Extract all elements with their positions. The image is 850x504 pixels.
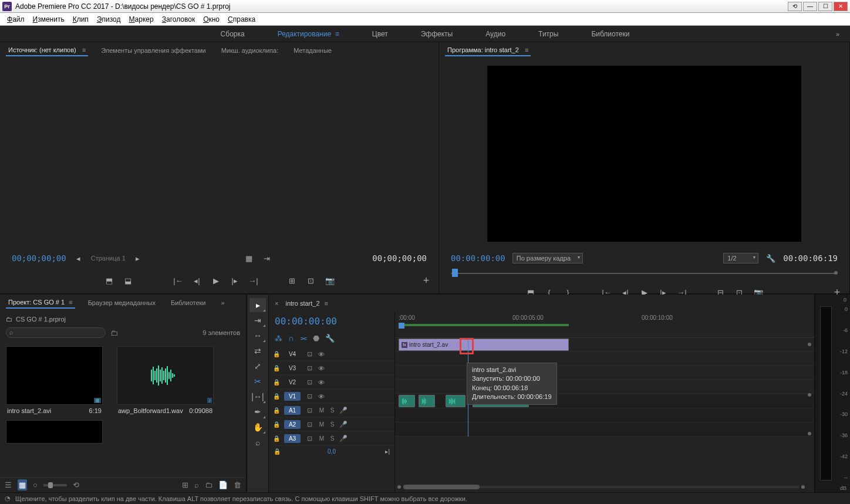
menu-help[interactable]: Справка bbox=[224, 14, 259, 25]
step-fwd-icon[interactable]: |▸ bbox=[230, 275, 240, 286]
marker-icon[interactable]: ⬣ bbox=[313, 334, 319, 343]
help-button[interactable]: ⟲ bbox=[788, 2, 802, 11]
timeline-timecode[interactable]: 00:00:00:00 bbox=[275, 316, 389, 327]
tab-metadata[interactable]: Метаданные bbox=[291, 45, 334, 56]
close-button[interactable]: ✕ bbox=[834, 2, 848, 11]
new-item-icon[interactable]: 📄 bbox=[218, 481, 228, 489]
selection-tool[interactable]: ▸ bbox=[249, 298, 266, 312]
sort-icon[interactable]: ⟲ bbox=[73, 481, 79, 489]
track-v4[interactable]: fxintro start_2.av bbox=[395, 338, 814, 352]
track-header-v3[interactable]: 🔒V3⊡👁 bbox=[269, 361, 394, 376]
export-frame-icon[interactable]: 📷 bbox=[325, 275, 335, 286]
tab-audio-mixer[interactable]: Микш. аудиоклипа: bbox=[219, 45, 281, 56]
tab-media-browser[interactable]: Браузер медиаданных bbox=[86, 297, 158, 308]
freeform-view-icon[interactable]: ○ bbox=[33, 481, 38, 489]
track-v3[interactable] bbox=[395, 352, 814, 366]
program-scrubber[interactable] bbox=[451, 268, 838, 279]
program-video-area[interactable] bbox=[487, 66, 801, 242]
workspace-effects[interactable]: Эффекты bbox=[416, 28, 458, 40]
workspace-titles[interactable]: Титры bbox=[534, 28, 563, 40]
workspace-color[interactable]: Цвет bbox=[367, 28, 393, 40]
tab-project[interactable]: Проект: CS GO # 1 ≡ bbox=[6, 297, 75, 309]
audio-clip[interactable] bbox=[399, 395, 415, 407]
menu-marker[interactable]: Маркер bbox=[125, 14, 157, 25]
playhead-icon[interactable] bbox=[399, 323, 404, 329]
timeline-ruler[interactable]: :00:00 00:00:05:00 00:00:10:00 bbox=[395, 312, 814, 338]
track-v1[interactable] bbox=[395, 380, 814, 394]
workspace-overflow[interactable]: » bbox=[836, 31, 839, 38]
slip-tool[interactable]: |↔| bbox=[249, 390, 266, 404]
track-select-tool[interactable]: ⇥ bbox=[249, 313, 266, 327]
track-a2[interactable] bbox=[395, 408, 814, 422]
razor-tool[interactable]: ✂ bbox=[249, 374, 266, 388]
settings-icon[interactable]: 🔧 bbox=[325, 334, 335, 343]
filter-bin-icon[interactable]: 🗀 bbox=[110, 329, 118, 337]
tab-libraries[interactable]: Библиотеки bbox=[168, 297, 208, 308]
track-header-a2[interactable]: 🔒A2⊡MS🎤 bbox=[269, 418, 394, 432]
audio-clip[interactable] bbox=[419, 395, 435, 407]
zoom-level[interactable]: 0,0 bbox=[328, 448, 336, 455]
auto-match-icon[interactable]: ⊞ bbox=[182, 481, 188, 489]
menu-edit[interactable]: Изменить bbox=[29, 14, 68, 25]
maximize-button[interactable]: ☐ bbox=[818, 2, 832, 11]
step-back-icon[interactable]: ◂| bbox=[192, 275, 203, 286]
mark-in-icon[interactable]: ⬒ bbox=[104, 275, 114, 286]
meter-bars[interactable] bbox=[820, 306, 832, 481]
pen-tool[interactable]: ✒ bbox=[249, 405, 266, 419]
video-clip[interactable]: fxintro start_2.av bbox=[399, 339, 569, 351]
track-a1[interactable]: fx bbox=[395, 394, 814, 408]
workspace-editing[interactable]: Редактирование ≡ bbox=[273, 28, 344, 40]
add-button-icon[interactable]: + bbox=[421, 275, 431, 286]
track-v2[interactable] bbox=[395, 366, 814, 380]
grid-icon[interactable]: ▦ bbox=[244, 253, 254, 263]
track-header-v2[interactable]: 🔒V2⊡👁 bbox=[269, 376, 394, 390]
audio-clip[interactable] bbox=[446, 395, 466, 407]
timeline-tracks-area[interactable]: :00:00 00:00:05:00 00:00:10:00 fxintro s… bbox=[395, 312, 814, 492]
rolling-edit-tool[interactable]: ⇄ bbox=[249, 344, 266, 358]
thumbnail-next[interactable] bbox=[6, 420, 103, 444]
magnet-icon[interactable]: ∩ bbox=[288, 334, 294, 343]
snap-icon[interactable]: ⁂ bbox=[275, 334, 282, 343]
ripple-icon[interactable]: ⇥ bbox=[261, 253, 272, 263]
project-item[interactable]: ♪ awp_Boltforward1.wav0:09088 bbox=[117, 346, 214, 444]
menu-file[interactable]: Файл bbox=[4, 14, 28, 25]
sequence-name[interactable]: intro start_2 bbox=[285, 300, 319, 307]
tab-source[interactable]: Источник: (нет клипов) ≡ bbox=[6, 45, 88, 56]
track-header-a3[interactable]: 🔒A3⊡MS🎤 bbox=[269, 432, 394, 446]
menu-clip[interactable]: Клип bbox=[69, 14, 92, 25]
insert-icon[interactable]: ⊞ bbox=[287, 275, 298, 286]
mark-out-icon[interactable]: ⬓ bbox=[123, 275, 133, 286]
menu-title[interactable]: Заголовок bbox=[158, 14, 198, 25]
thumbnail-video[interactable]: ▦ bbox=[6, 346, 103, 405]
page-next[interactable]: ▸ bbox=[133, 253, 143, 263]
minimize-button[interactable]: — bbox=[803, 2, 817, 11]
play-icon[interactable]: ▶ bbox=[211, 275, 221, 286]
program-time-in[interactable]: 00:00:00:00 bbox=[451, 253, 505, 263]
workspace-assembly[interactable]: Сборка bbox=[216, 28, 249, 40]
go-in-icon[interactable]: |← bbox=[173, 275, 184, 286]
trash-icon[interactable]: 🗑 bbox=[234, 481, 241, 489]
track-header-v1[interactable]: 🔒V1⊡👁 bbox=[269, 390, 394, 404]
timeline-vscroll[interactable] bbox=[807, 341, 812, 475]
source-time-in[interactable]: 00;00;00;00 bbox=[12, 253, 66, 263]
hand-tool[interactable]: ✋ bbox=[249, 420, 266, 434]
linked-selection-icon[interactable]: ⫘ bbox=[299, 334, 307, 343]
workspace-audio[interactable]: Аудио bbox=[481, 28, 510, 40]
thumbnail-audio[interactable]: ♪ bbox=[117, 346, 214, 405]
menu-window[interactable]: Окно bbox=[200, 14, 223, 25]
tab-effect-controls[interactable]: Элементы управления эффектами bbox=[99, 45, 208, 56]
menu-sequence[interactable]: Эпизод bbox=[93, 14, 124, 25]
tab-program[interactable]: Программа: intro start_2 ≡ bbox=[445, 45, 531, 56]
track-a3[interactable] bbox=[395, 422, 814, 437]
track-header-a1[interactable]: 🔒A1⊡MS🎤 bbox=[269, 404, 394, 418]
track-header-v4[interactable]: 🔒V4⊡👁 bbox=[269, 347, 394, 361]
skip-icon[interactable]: ▸| bbox=[385, 448, 390, 455]
tab-overflow[interactable]: » bbox=[219, 297, 227, 308]
ripple-edit-tool[interactable]: ↔ bbox=[249, 329, 266, 343]
wrench-icon[interactable]: 🔧 bbox=[765, 253, 776, 263]
find-icon[interactable]: ⌕ bbox=[194, 481, 199, 489]
workspace-libraries[interactable]: Библиотеки bbox=[586, 28, 634, 40]
resolution-dropdown[interactable]: 1/2 bbox=[723, 253, 758, 263]
page-prev[interactable]: ◂ bbox=[73, 253, 84, 263]
icon-view-icon[interactable]: ▦ bbox=[18, 479, 27, 491]
